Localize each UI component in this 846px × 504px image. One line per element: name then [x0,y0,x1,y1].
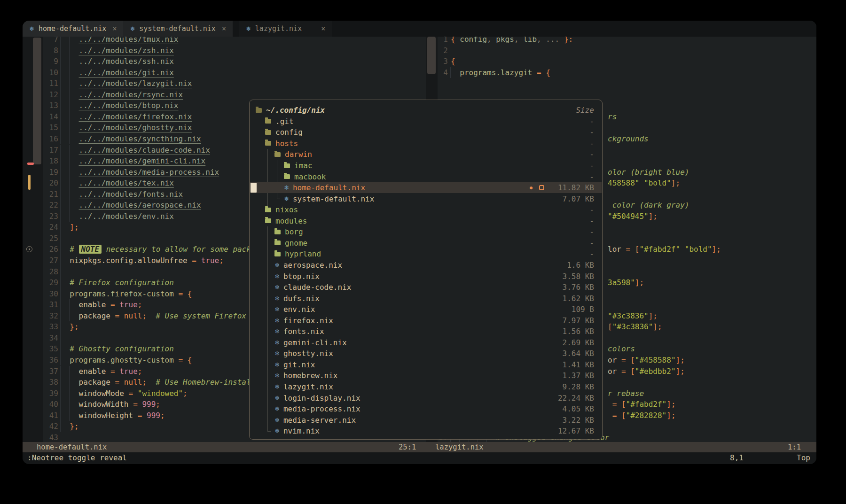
tree-row-hosts[interactable]: hosts- [250,138,602,149]
code-segment: ]; [635,278,644,287]
code-line[interactable]: ../../modules/env.nix [61,211,174,222]
tree-row-aerospace.nix[interactable]: ❄aerospace.nix1.6 KB [250,260,602,271]
code-line[interactable]: programs.firefox-custom = { [61,288,192,300]
code-line[interactable]: { [451,56,455,67]
command-line[interactable]: :Neotree toggle reveal 8,1 Top [23,452,816,464]
code-segment: rs [608,112,617,121]
code-line[interactable]: # Ghostty configuration [61,343,174,355]
tree-row-nvim.nix[interactable]: ❄nvim.nix12.67 KB [250,426,602,437]
file-size: 3.58 KB [555,272,602,281]
tree-row-nixos[interactable]: nixos- [250,204,602,216]
code-line[interactable]: ../../modules/tmux.nix [61,37,178,45]
tree-row-macbook[interactable]: macbook- [250,171,602,182]
tree-row-git.nix[interactable]: ❄git.nix1.41 KB [250,359,602,371]
code-segment [61,101,79,110]
tree-row-system-default.nix[interactable]: ❄system-default.nix7.07 KB [250,193,602,204]
code-line[interactable]: ../../modules/ssh.nix [61,56,174,67]
code-line[interactable]: ../../modules/git.nix [61,67,174,78]
file-size: 2.69 KB [555,338,602,347]
tab-label: system-default.nix [139,24,216,33]
tree-row-borg[interactable]: borg- [250,226,602,238]
tree-row-claude-code.nix[interactable]: ❄claude-code.nix3.76 KB [250,282,602,293]
file-size: 1.56 KB [555,327,602,336]
code-line[interactable]: nixpkgs.config.allowUnfree = true; [61,255,224,266]
tree-row-media-server.nix[interactable]: ❄media-server.nix3.22 KB [250,414,602,426]
code-segment: { [451,57,455,66]
line-number: 8 [43,45,58,56]
tab-home-default.nix[interactable]: ❄home-default.nix× [23,21,123,37]
git-sign-changed [28,175,31,190]
tab-system-default.nix[interactable]: ❄system-default.nix× [123,21,233,37]
tree-row-gnome[interactable]: gnome- [250,238,602,249]
code-segment: ../../modules/gemini-cli.nix [79,156,206,165]
neotree-root-path: ~/.config/nix [266,106,325,115]
tree-row-ghostty.nix[interactable]: ❄ghostty.nix3.64 KB [250,348,602,359]
tree-row-imac[interactable]: imac- [250,160,602,171]
code-line[interactable]: ../../modules/media-process.nix [61,167,219,178]
code-segment: ../../modules/ghostty.nix [79,123,192,132]
code-line[interactable]: ]; [61,222,79,233]
code-line[interactable]: { config, pkgs, lib, ... }: [451,37,573,45]
close-icon[interactable]: × [112,24,117,33]
tree-row-env.nix[interactable]: ❄env.nix109 B [250,304,602,315]
code-line[interactable]: ../../modules/gemini-cli.nix [61,155,205,167]
code-segment: = { [178,356,192,364]
code-line[interactable]: ../../modules/tex.nix [61,178,174,189]
code-line[interactable]: ../../modules/syncthing.nix [61,133,201,145]
code-line[interactable]: }; [61,321,79,333]
tree-row-btop.nix[interactable]: ❄btop.nix3.58 KB [250,271,602,282]
code-segment: = [133,400,142,409]
right-scrollbar-thumb[interactable] [427,37,436,74]
code-line[interactable]: }; [61,421,79,432]
code-line[interactable]: programs.lazygit = { [451,67,550,78]
code-fragment: ckgrounds [608,133,649,145]
code-line[interactable]: ../../modules/btop.nix [61,100,178,111]
tree-row-login-display.nix[interactable]: ❄login-display.nix22.24 KB [250,392,602,403]
code-line[interactable]: package = null; # Use system Firefox [61,310,246,322]
close-icon[interactable]: × [321,24,325,33]
tab-lazygit.nix[interactable]: ❄lazygit.nix× [239,21,332,37]
tree-row-fonts.nix[interactable]: ❄fonts.nix1.56 KB [250,326,602,337]
code-segment: ../../modules/syncthing.nix [79,134,201,143]
code-line[interactable]: ../../modules/rsync.nix [61,89,183,101]
code-line[interactable]: # NOTE necessary to allow for some packa… [61,244,269,255]
tree-row-homebrew.nix[interactable]: ❄homebrew.nix1.37 KB [250,370,602,381]
line-number: 20 [43,178,58,189]
left-scrollbar-thumb[interactable] [33,38,41,164]
code-line[interactable]: ../../modules/aerospace.nix [61,200,201,211]
code-segment: enable [61,367,110,376]
folder-icon [274,240,281,245]
code-line[interactable]: enable = true; [61,299,142,310]
tree-row-.git[interactable]: .git- [250,116,602,127]
code-line[interactable]: # Firefox configuration [61,277,174,288]
neotree-root-row[interactable]: ~/.config/nixSize [250,105,602,116]
code-line[interactable]: enable = true; [61,366,142,377]
code-line[interactable]: ../../modules/zsh.nix [61,45,174,56]
code-line[interactable]: ../../modules/firefox.nix [61,111,192,123]
code-fragment: "#504945"]; [608,211,658,222]
tree-row-home-default.nix[interactable]: ❄home-default.nix●11.82 KB [250,182,602,194]
code-segment: ; [138,300,142,309]
code-segment: ; [219,256,224,265]
tree-row-modules[interactable]: modules- [250,216,602,227]
tree-row-media-process.nix[interactable]: ❄media-process.nix4.05 KB [250,403,602,415]
code-segment: null [124,378,142,387]
code-line[interactable]: ../../modules/lazygit.nix [61,78,192,89]
tree-row-gemini-cli.nix[interactable]: ❄gemini-cli.nix2.69 KB [250,337,602,349]
code-line[interactable]: windowMode = "windowed"; [61,388,188,399]
code-line[interactable]: windowHeight = 999; [61,410,165,421]
tree-row-config[interactable]: config- [250,127,602,138]
close-icon[interactable]: × [222,24,226,33]
code-line[interactable]: windowWidth = 999; [61,399,160,410]
tree-row-lazygit.nix[interactable]: ❄lazygit.nix9.28 KB [250,381,602,393]
code-line[interactable]: ../../modules/claude-code.nix [61,145,210,156]
code-line[interactable]: programs.ghostty-custom = { [61,355,192,366]
code-line[interactable]: ../../modules/ghostty.nix [61,122,192,133]
tree-row-hyprland[interactable]: hyprland- [250,248,602,260]
code-line[interactable]: ../../modules/fonts.nix [61,189,183,200]
code-segment: "#ebdbb2" [635,367,676,376]
tree-row-dufs.nix[interactable]: ❄dufs.nix1.62 KB [250,293,602,304]
tree-row-darwin[interactable]: darwin- [250,149,602,160]
code-segment: ../../modules/tmux.nix [79,37,179,44]
tree-row-firefox.nix[interactable]: ❄firefox.nix7.97 KB [250,315,602,326]
